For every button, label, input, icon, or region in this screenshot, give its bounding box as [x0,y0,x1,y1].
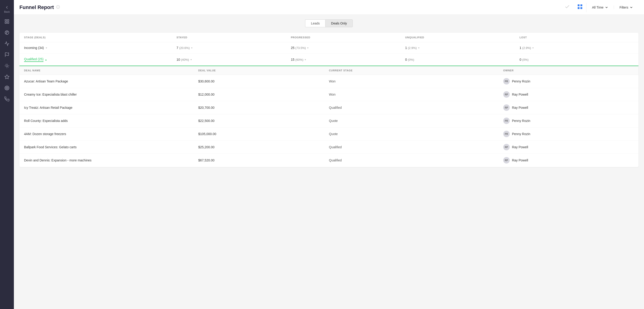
deal-stage-cell: Qualified [329,106,503,109]
deal-rows-container: Azucar: Artisan Team Package $30,600.00 … [20,75,638,167]
deal-name-cell: Icy Treatz: Artisan Retail Package [24,106,198,109]
table-row[interactable]: Devin and Dennis: Expansion - more machi… [20,154,638,167]
avatar: PR [503,78,510,84]
incoming-lost-chevron[interactable]: ▾ [532,46,534,49]
back-button[interactable]: Back [4,3,10,15]
svg-rect-22 [578,7,580,9]
col-lost: LOST [520,36,634,39]
svg-marker-16 [5,75,9,79]
info-icon[interactable]: ⓘ [56,5,60,10]
table-row[interactable]: 4AM: Dozen storage freezers $105,000.00 … [20,127,638,141]
sidebar-item-star[interactable] [2,72,12,81]
deal-col-value: DEAL VALUE [198,69,329,72]
avatar: RP [503,104,510,111]
deal-value-cell: $12,000.00 [198,93,329,96]
svg-rect-1 [8,20,9,21]
svg-point-5 [6,32,7,32]
stage-name-qualified[interactable]: Qualified (25) ▴ [24,57,176,62]
sidebar-item-phone[interactable] [2,94,12,104]
leads-toggle-button[interactable]: Leads [305,19,325,27]
owner-name: Ray Powell [512,158,528,162]
owner-name: Penny Rozin [512,132,530,136]
deal-owner-cell: RP Ray Powell [503,157,634,164]
main-content: Funnel Report ⓘ All Time [14,0,644,309]
deal-owner-cell: RP Ray Powell [503,104,634,111]
table-row[interactable]: Devin and Dennis: New factory setup $51,… [20,167,638,167]
deal-owner-cell: PR Penny Rozin [503,131,634,137]
table-header: STAGE (DEALS) STAYED PROGRESSED UNQUALIF… [20,33,638,42]
sidebar-item-activity[interactable] [2,39,12,48]
sidebar-item-bulb[interactable] [2,61,12,70]
incoming-progressed[interactable]: 25 (73.5%) ▾ [291,46,405,50]
svg-rect-0 [5,20,6,21]
time-filter-label: All Time [592,5,604,9]
deal-value-cell: $67,520.00 [198,158,329,162]
content-area: Leads Deals Only STAGE (DEALS) STAYED PR… [14,15,644,309]
deal-name-cell: Creamy Ice: Especialista blast chiller [24,93,198,96]
sidebar-item-reports[interactable] [2,17,12,26]
table-row[interactable]: Icy Treatz: Artisan Retail Package $20,7… [20,101,638,114]
page-title: Funnel Report [20,4,54,10]
filters-button[interactable]: Filters [614,5,638,9]
check-button[interactable] [561,4,574,11]
deal-value-cell: $105,000.00 [198,132,329,136]
incoming-lost[interactable]: 1 (2.9%) ▾ [520,46,634,50]
owner-name: Penny Rozin [512,119,530,123]
deal-name-cell: Azucar: Artisan Team Package [24,79,198,83]
filters-label: Filters [620,5,628,9]
deal-owner-cell: RP Ray Powell [503,91,634,98]
incoming-unqualified[interactable]: 1 (2.9%) ▾ [405,46,520,50]
deal-col-stage: CURRENT STAGE [329,69,503,72]
incoming-expand-chevron[interactable]: ▾ [46,46,47,49]
col-unqualified: UNQUALIFIED [405,36,520,39]
stage-name-incoming[interactable]: Incoming (34) ▾ [24,46,176,50]
svg-rect-2 [8,22,9,23]
qualified-progressed[interactable]: 15 (60%) ▾ [291,58,405,61]
funnel-table: STAGE (DEALS) STAYED PROGRESSED UNQUALIF… [20,33,638,167]
deal-stage-cell: Quote [329,119,503,123]
time-filter-button[interactable]: All Time [586,5,614,9]
deal-stage-cell: Qualified [329,145,503,149]
qualified-stayed[interactable]: 10 (40%) ▾ [176,58,291,61]
qualified-progressed-chevron[interactable]: ▾ [305,58,306,61]
table-row[interactable]: Roll County: Especialista adds $22,500.0… [20,114,638,127]
sidebar-item-palette[interactable] [2,28,12,37]
avatar: PR [503,118,510,124]
topbar-actions: All Time Filters [561,3,638,12]
svg-point-7 [6,33,7,33]
table-row[interactable]: Ballpark Food Services: Gelato carts $25… [20,141,638,154]
deal-owner-cell: PR Penny Rozin [503,118,634,124]
deal-col-name: DEAL NAME [24,69,198,72]
incoming-stayed[interactable]: 7 (20.6%) ▾ [176,46,291,50]
qualified-lost: 0 (0%) [520,58,634,61]
svg-line-12 [5,64,6,64]
grid-view-button[interactable] [574,4,586,10]
avatar: RP [503,91,510,98]
table-row[interactable]: Azucar: Artisan Team Package $30,600.00 … [20,75,638,88]
deal-owner-cell: RP Ray Powell [503,144,634,150]
incoming-progressed-chevron[interactable]: ▾ [307,46,308,49]
deal-name-cell: Ballpark Food Services: Gelato carts [24,145,198,149]
qualified-stayed-chevron[interactable]: ▾ [190,58,192,61]
sidebar: Back [0,0,14,309]
owner-name: Ray Powell [512,145,528,149]
deal-value-cell: $30,600.00 [198,79,329,83]
deal-table-header: DEAL NAME DEAL VALUE CURRENT STAGE OWNER [20,66,638,75]
svg-point-18 [6,87,8,89]
svg-point-19 [6,87,8,88]
svg-point-9 [6,65,8,67]
incoming-unqualified-chevron[interactable]: ▾ [418,46,420,49]
table-row[interactable]: Creamy Ice: Especialista blast chiller $… [20,88,638,101]
sidebar-item-flag[interactable] [2,50,12,59]
sidebar-item-target[interactable] [2,83,12,93]
qualified-collapse-chevron[interactable]: ▴ [45,58,47,61]
owner-name: Ray Powell [512,106,528,109]
qualified-unqualified: 0 (0%) [405,58,520,61]
deal-value-cell: $20,700.00 [198,106,329,109]
deal-stage-cell: Qualified [329,158,503,162]
svg-rect-23 [580,7,582,9]
deals-only-toggle-button[interactable]: Deals Only [325,19,352,27]
deal-name-cell: Devin and Dennis: Expansion - more machi… [24,158,198,162]
topbar: Funnel Report ⓘ All Time [14,0,644,15]
incoming-stayed-chevron[interactable]: ▾ [191,46,192,49]
